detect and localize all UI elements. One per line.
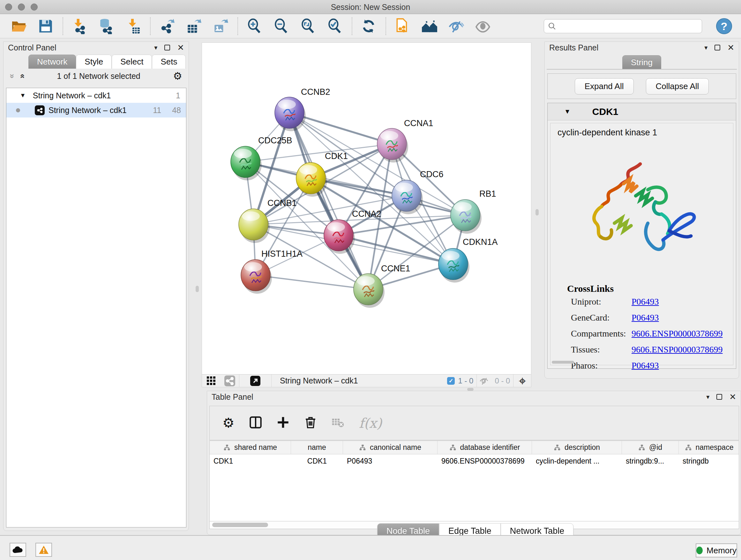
show-all-button[interactable] bbox=[473, 16, 493, 36]
tab-select[interactable]: Select bbox=[112, 55, 152, 69]
network-edge[interactable] bbox=[256, 275, 368, 289]
column-header-at-id[interactable]: @id bbox=[622, 441, 679, 454]
import-table-file-button[interactable] bbox=[123, 16, 143, 36]
network-node-cdc25b[interactable]: CDC25B bbox=[231, 136, 292, 180]
table-cell[interactable]: CDK1 bbox=[210, 457, 291, 465]
crosslink-row: GeneCard:P06493 bbox=[571, 313, 733, 323]
column-header-shared-name[interactable]: shared name bbox=[210, 441, 291, 454]
node-label: RB1 bbox=[479, 189, 496, 199]
tab-network[interactable]: Network bbox=[28, 55, 76, 69]
column-header-description[interactable]: description bbox=[532, 441, 622, 454]
crosslink-link[interactable]: 9606.ENSP00000378699 bbox=[631, 345, 723, 355]
export-network-button[interactable] bbox=[157, 16, 177, 36]
show-columns-icon[interactable] bbox=[249, 416, 262, 430]
panel-close-icon[interactable]: ✕ bbox=[727, 44, 734, 52]
bottom-divider-grip[interactable] bbox=[467, 388, 474, 391]
network-node-ccnb2[interactable]: CCNB2 bbox=[275, 87, 330, 131]
network-node-hist1h1a[interactable]: HIST1H1A bbox=[241, 249, 302, 294]
column-header-name[interactable]: name bbox=[291, 441, 343, 454]
panel-close-icon[interactable]: ✕ bbox=[729, 393, 736, 401]
hidden-eye-icon[interactable] bbox=[477, 376, 491, 386]
export-image-button[interactable] bbox=[211, 16, 230, 36]
create-column-icon[interactable] bbox=[277, 416, 289, 430]
selected-checkbox-icon[interactable]: ✓ bbox=[447, 377, 455, 385]
fit-content-button[interactable] bbox=[298, 16, 318, 36]
expand-all-button[interactable]: Expand All bbox=[575, 78, 634, 95]
collapse-all-icon[interactable]: » bbox=[7, 74, 17, 78]
results-horizontal-scrollbar[interactable] bbox=[552, 361, 574, 364]
window-zoom-button[interactable] bbox=[30, 3, 38, 10]
import-network-file-button[interactable] bbox=[70, 16, 89, 36]
tab-string[interactable]: String bbox=[622, 55, 661, 69]
zoom-out-button[interactable] bbox=[271, 16, 291, 36]
collapse-all-button[interactable]: Collapse All bbox=[646, 78, 709, 95]
column-label: canonical name bbox=[370, 443, 421, 452]
network-node-cdkn1a[interactable]: CDKN1A bbox=[439, 237, 498, 283]
left-divider-grip[interactable] bbox=[196, 286, 199, 292]
column-header-namespace[interactable]: namespace bbox=[679, 441, 739, 454]
network-row-selected[interactable]: String Network – cdk1 11 48 bbox=[6, 103, 186, 118]
network-node-rb1[interactable]: RB1 bbox=[451, 189, 496, 234]
tab-style[interactable]: Style bbox=[76, 55, 112, 69]
search-input[interactable] bbox=[559, 22, 698, 30]
column-header-canonical-name[interactable]: canonical name bbox=[343, 441, 437, 454]
crosslink-link[interactable]: 9606.ENSP00000378699 bbox=[631, 328, 723, 339]
network-node-ccna2[interactable]: CCNA2 bbox=[324, 209, 381, 254]
table-cell[interactable]: cyclin-dependent ... bbox=[532, 457, 622, 465]
table-options-gear-icon[interactable]: ⚙ bbox=[222, 416, 234, 430]
zoom-in-button[interactable] bbox=[245, 16, 264, 36]
home-button[interactable] bbox=[419, 16, 439, 36]
grid-view-icon[interactable] bbox=[202, 376, 220, 385]
memory-button[interactable]: Memory bbox=[696, 543, 737, 557]
hide-selected-button[interactable] bbox=[446, 16, 466, 36]
table-cell[interactable]: CDK1 bbox=[291, 457, 343, 465]
node-result-header[interactable]: ▼ CDK1 bbox=[548, 103, 736, 120]
birds-eye-view-icon[interactable]: ⌖ bbox=[519, 374, 526, 387]
crosslink-link[interactable]: P06493 bbox=[631, 361, 659, 371]
panel-float-icon[interactable] bbox=[717, 394, 722, 400]
crosslink-link[interactable]: P06493 bbox=[631, 313, 659, 323]
window-minimize-button[interactable] bbox=[18, 3, 25, 10]
detach-view-icon[interactable] bbox=[239, 376, 271, 386]
expand-all-icon[interactable]: » bbox=[17, 74, 27, 78]
table-cell[interactable]: stringdb bbox=[679, 457, 739, 465]
string-document-button[interactable] bbox=[393, 16, 412, 36]
table-body: CDK1CDK1P064939606.ENSP00000378699cyclin… bbox=[210, 454, 739, 468]
network-graph[interactable]: CCNB2CCNA1CDC25BCDK1CDC6RB1CCNB1CCNA2CDK… bbox=[202, 43, 532, 375]
right-divider-grip[interactable] bbox=[536, 209, 539, 215]
network-options-gear-icon[interactable]: ⚙ bbox=[173, 71, 182, 81]
save-session-button[interactable] bbox=[36, 16, 56, 36]
table-row[interactable]: CDK1CDK1P064939606.ENSP00000378699cyclin… bbox=[210, 454, 739, 468]
network-collection-row[interactable]: ▼ String Network – cdk1 1 bbox=[6, 88, 186, 103]
panel-float-icon[interactable] bbox=[164, 45, 170, 51]
panel-menu-icon[interactable]: ▾ bbox=[706, 394, 710, 400]
zoom-selected-button[interactable] bbox=[325, 16, 345, 36]
column-header-database-identifier[interactable]: database identifier bbox=[437, 441, 532, 454]
apply-layout-button[interactable] bbox=[359, 16, 379, 36]
table-cell[interactable]: stringdb:9... bbox=[622, 457, 679, 465]
network-edge[interactable] bbox=[289, 113, 368, 289]
network-node-ccna1[interactable]: CCNA1 bbox=[377, 118, 433, 163]
collection-expand-icon[interactable]: ▼ bbox=[20, 92, 26, 99]
open-session-button[interactable] bbox=[9, 16, 29, 36]
section-collapse-icon[interactable]: ▼ bbox=[564, 108, 570, 115]
delete-column-icon[interactable] bbox=[304, 416, 317, 430]
scrollbar-thumb[interactable] bbox=[212, 523, 268, 527]
table-cell[interactable]: P06493 bbox=[343, 457, 437, 465]
table-cell[interactable]: 9606.ENSP00000378699 bbox=[437, 457, 532, 465]
network-node-ccnb1[interactable]: CCNB1 bbox=[239, 198, 297, 243]
import-network-database-button[interactable] bbox=[96, 16, 116, 36]
network-share-view-icon[interactable] bbox=[220, 375, 239, 386]
network-node-ccne1[interactable]: CCNE1 bbox=[354, 264, 410, 308]
panel-float-icon[interactable] bbox=[715, 45, 720, 51]
cloud-status-button[interactable] bbox=[10, 543, 26, 557]
window-close-button[interactable] bbox=[5, 3, 12, 10]
tab-sets[interactable]: Sets bbox=[152, 55, 186, 69]
help-button[interactable]: ? bbox=[716, 18, 732, 34]
crosslink-link[interactable]: P06493 bbox=[631, 297, 659, 307]
panel-menu-icon[interactable]: ▾ bbox=[154, 44, 157, 51]
export-table-button[interactable] bbox=[184, 16, 204, 36]
panel-close-icon[interactable]: ✕ bbox=[177, 44, 184, 52]
panel-menu-icon[interactable]: ▾ bbox=[704, 44, 708, 51]
warning-status-button[interactable] bbox=[36, 543, 52, 557]
